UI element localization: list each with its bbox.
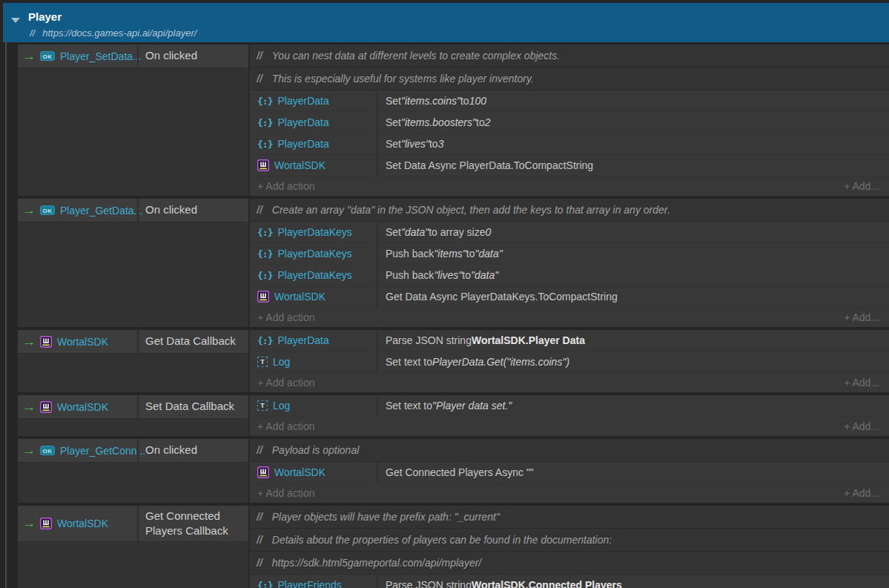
wortal-book-icon xyxy=(40,401,52,413)
condition-row[interactable]: →OKPlayer_SetData...On clicked xyxy=(18,44,248,68)
comment-row[interactable]: //You can nest data at different levels … xyxy=(250,44,889,67)
action-text-cell[interactable]: Set "items.boosters" to 2 xyxy=(378,112,889,133)
comment-row[interactable]: //Create an array "data" in the JSON obj… xyxy=(250,199,889,222)
condition-object-name: WortalSDK xyxy=(57,401,108,413)
add-action-link[interactable]: + Add action xyxy=(257,311,314,323)
action-text-cell[interactable]: Set text to "Player data set." xyxy=(378,395,889,416)
add-more-link[interactable]: + Add... xyxy=(844,420,879,432)
action-object-cell[interactable]: TLog xyxy=(250,351,378,372)
group-comment: //https://docs.games-api.ai/api/player/ xyxy=(30,27,196,39)
action-text-segment: to xyxy=(476,116,485,128)
action-text-segment: to xyxy=(460,95,469,107)
comment-row[interactable]: //This is especially useful for systems … xyxy=(250,67,889,90)
condition-object-cell[interactable]: →WortalSDK xyxy=(18,395,137,418)
action-object-cell[interactable]: {:}PlayerDataKeys xyxy=(250,265,378,285)
action-object-cell[interactable]: {:}PlayerData xyxy=(250,330,378,351)
comment-row[interactable]: //Player objects will have the prefix pa… xyxy=(250,506,889,529)
action-row[interactable]: {:}PlayerDataKeysPush back "items" to "d… xyxy=(250,243,889,265)
action-row[interactable]: WortalSDKSet Data Async PlayerData.ToCom… xyxy=(250,155,889,176)
condition-object-cell[interactable]: →WortalSDK xyxy=(18,330,137,353)
condition-row[interactable]: →OKPlayer_GetConn...On clicked xyxy=(18,439,248,463)
action-object-name: PlayerFriends xyxy=(277,579,341,588)
action-text-segment: "Player data set." xyxy=(432,400,512,412)
action-object-cell[interactable]: {:}PlayerFriends xyxy=(250,575,378,588)
condition-text[interactable]: Get Data Callback xyxy=(137,330,248,353)
action-object-cell[interactable]: {:}PlayerData xyxy=(250,133,378,154)
add-more-link[interactable]: + Add... xyxy=(844,377,879,389)
action-text-segment: Push back xyxy=(386,269,434,281)
action-text-segment: WortalSDK.Player Data xyxy=(472,334,585,346)
json-object-icon: {:} xyxy=(257,117,272,128)
json-object-icon: {:} xyxy=(257,227,272,238)
action-row[interactable]: {:}PlayerDataSet "items.coins" to 100 xyxy=(250,90,889,112)
action-row[interactable]: {:}PlayerDataKeysPush back "lives" to "d… xyxy=(250,265,889,286)
ok-button-icon: OK xyxy=(40,446,55,455)
condition-text[interactable]: Set Data Callback xyxy=(137,395,248,418)
action-object-name: PlayerDataKeys xyxy=(277,226,351,238)
wortal-book-icon xyxy=(257,291,269,303)
action-rows: {:}PlayerDataParse JSON string WortalSDK… xyxy=(248,330,889,392)
condition-column: →WortalSDKSet Data Callback xyxy=(18,395,248,436)
action-object-cell[interactable]: {:}PlayerDataKeys xyxy=(250,222,378,242)
comment-row[interactable]: //https://sdk.html5gameportal.com/api/mp… xyxy=(250,552,889,575)
condition-text[interactable]: On clicked xyxy=(137,199,248,222)
add-action-link[interactable]: + Add action xyxy=(257,377,314,389)
action-text-cell[interactable]: Parse JSON string WortalSDK.Player Data xyxy=(378,330,889,351)
action-row[interactable]: TLogSet text to "Player data set." xyxy=(250,395,889,417)
comment-row[interactable]: //Payload is optional xyxy=(250,439,889,462)
action-row[interactable]: WortalSDKGet Connected Players Async "" xyxy=(250,462,889,483)
action-text-cell[interactable]: Parse JSON string WortalSDK.Connected Pl… xyxy=(378,575,889,588)
group-bracket-line xyxy=(5,42,7,588)
action-text-cell[interactable]: Set "data" to array size 0 xyxy=(378,222,889,242)
condition-text[interactable]: On clicked xyxy=(137,439,248,462)
action-text-cell[interactable]: Set "items.coins" to 100 xyxy=(378,90,889,111)
action-object-cell[interactable]: WortalSDK xyxy=(250,462,378,483)
action-text-cell[interactable]: Set "lives" to 3 xyxy=(378,133,889,154)
action-row[interactable]: TLogSet text to PlayerData.Get("items.co… xyxy=(250,351,889,373)
action-object-cell[interactable]: WortalSDK xyxy=(250,286,378,307)
action-object-cell[interactable]: {:}PlayerDataKeys xyxy=(250,243,378,264)
action-text-segment: Set text to xyxy=(386,400,432,412)
add-more-link[interactable]: + Add... xyxy=(844,487,879,499)
condition-row[interactable]: →WortalSDKGet Connected Players Callback xyxy=(18,506,248,542)
condition-text[interactable]: Get Connected Players Callback xyxy=(137,506,248,541)
condition-object-cell[interactable]: →WortalSDK xyxy=(18,506,137,541)
action-text-cell[interactable]: Push back "lives" to "data" xyxy=(378,265,889,285)
action-row[interactable]: {:}PlayerDataSet "lives" to 3 xyxy=(250,133,889,155)
action-row[interactable]: {:}PlayerFriendsParse JSON string Wortal… xyxy=(250,575,889,588)
wortal-book-icon xyxy=(40,518,52,529)
action-object-cell[interactable]: WortalSDK xyxy=(250,155,378,176)
add-action-link[interactable]: + Add action xyxy=(257,420,314,432)
action-object-cell[interactable]: TLog xyxy=(250,395,378,416)
action-row[interactable]: {:}PlayerDataSet "items.boosters" to 2 xyxy=(250,112,889,133)
action-text-cell[interactable]: Get Connected Players Async "" xyxy=(378,462,889,483)
group-header[interactable]: Player //https://docs.games-api.ai/api/p… xyxy=(3,3,889,42)
add-more-link[interactable]: + Add... xyxy=(844,311,879,323)
action-row[interactable]: {:}PlayerDataParse JSON string WortalSDK… xyxy=(250,330,889,351)
comment-row[interactable]: //Details about the properties of player… xyxy=(250,529,889,552)
action-text-cell[interactable]: Push back "items" to "data" xyxy=(378,243,889,264)
add-action-link[interactable]: + Add action xyxy=(257,487,314,499)
condition-text[interactable]: On clicked xyxy=(137,44,248,67)
condition-object-cell[interactable]: →OKPlayer_GetConn... xyxy=(18,439,137,462)
condition-object-cell[interactable]: →OKPlayer_GetData... xyxy=(18,199,137,222)
condition-object-cell[interactable]: →OKPlayer_SetData... xyxy=(18,44,137,67)
condition-row[interactable]: →OKPlayer_GetData...On clicked xyxy=(18,199,248,222)
action-row[interactable]: {:}PlayerDataKeysSet "data" to array siz… xyxy=(250,222,889,243)
action-text-cell[interactable]: Get Data Async PlayerDataKeys.ToCompactS… xyxy=(378,286,889,307)
action-text-cell[interactable]: Set text to PlayerData.Get("items.coins"… xyxy=(378,351,889,372)
action-object-cell[interactable]: {:}PlayerData xyxy=(250,112,378,133)
condition-row[interactable]: →WortalSDKSet Data Callback xyxy=(18,395,248,419)
condition-column: →OKPlayer_GetData...On clicked xyxy=(18,199,248,327)
comment-text: This is especially useful for systems li… xyxy=(272,73,534,85)
add-action-link[interactable]: + Add action xyxy=(257,180,314,192)
condition-row[interactable]: →WortalSDKGet Data Callback xyxy=(18,330,248,354)
action-row[interactable]: WortalSDKGet Data Async PlayerDataKeys.T… xyxy=(250,286,889,308)
ok-button-icon: OK xyxy=(40,51,55,61)
collapse-triangle-icon[interactable] xyxy=(11,18,20,23)
event-arrow-icon: → xyxy=(22,445,36,457)
add-more-link[interactable]: + Add... xyxy=(844,180,879,192)
action-text-cell[interactable]: Set Data Async PlayerData.ToCompactStrin… xyxy=(378,155,889,176)
action-object-cell[interactable]: {:}PlayerData xyxy=(250,90,378,111)
comment-marker: // xyxy=(30,27,35,39)
